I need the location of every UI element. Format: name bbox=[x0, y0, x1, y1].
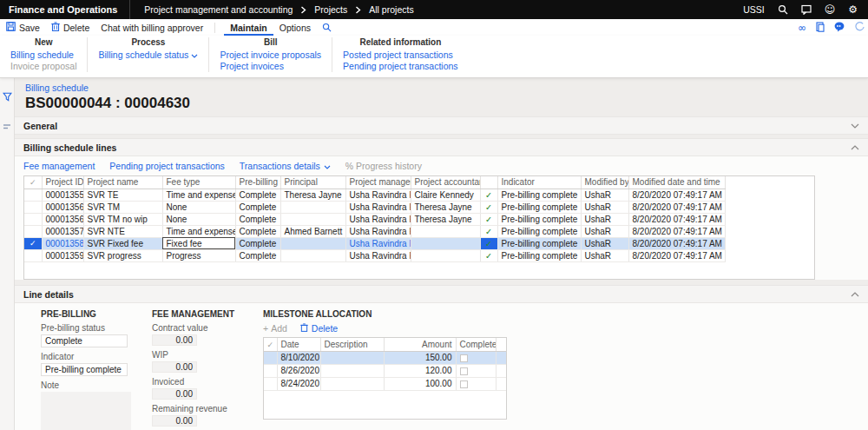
table-row[interactable]: 00001357 SVR NTE Time and expense NTE Co… bbox=[24, 225, 725, 237]
indicator-check-cell: ✓ bbox=[480, 189, 497, 201]
page-caption-link[interactable]: Billing schedule bbox=[25, 83, 868, 93]
ribbon-group-bill: Bill Project invoice proposals Project i… bbox=[209, 37, 332, 72]
filter-icon[interactable] bbox=[3, 89, 12, 105]
save-button[interactable]: Save bbox=[6, 22, 40, 33]
project-invoice-proposals-button[interactable]: Project invoice proposals bbox=[220, 50, 321, 61]
section-lines-header[interactable]: Billing schedule lines bbox=[15, 138, 868, 156]
column-header[interactable]: Completed bbox=[456, 338, 496, 351]
pending-project-transactions-link[interactable]: Pending project transactions bbox=[109, 161, 225, 171]
column-header[interactable]: Indicator bbox=[497, 176, 581, 189]
row-select-cell[interactable] bbox=[264, 364, 277, 377]
chevron-up-icon[interactable] bbox=[851, 145, 859, 150]
note-field[interactable] bbox=[41, 392, 131, 430]
row-select-cell[interactable] bbox=[24, 225, 42, 237]
billing-schedule-status-dropdown[interactable]: Billing schedule status bbox=[98, 50, 198, 61]
column-header[interactable]: Amount bbox=[384, 338, 456, 351]
indicator-field[interactable]: Pre-billing complete bbox=[41, 363, 128, 376]
section-general-header[interactable]: General bbox=[15, 116, 868, 135]
milestone-delete-button[interactable]: Delete bbox=[300, 323, 338, 334]
topbar-actions: USSI ☺ ⚙ bbox=[743, 4, 868, 15]
feedback-smiley-icon[interactable]: ☺ bbox=[825, 4, 836, 15]
completed-checkbox[interactable] bbox=[460, 367, 468, 375]
message-bubble-icon[interactable] bbox=[834, 22, 845, 34]
completed-checkbox[interactable] bbox=[460, 380, 468, 388]
row-select-cell[interactable] bbox=[264, 351, 277, 364]
indicator-check-cell: ✓ bbox=[480, 249, 497, 261]
section-line-details-header[interactable]: Line details bbox=[15, 285, 868, 303]
select-column-header[interactable]: ✓ bbox=[264, 338, 277, 351]
milestone-toolbar: + Add Delete bbox=[263, 323, 523, 334]
search-icon[interactable] bbox=[778, 4, 788, 15]
new-billing-schedule-button[interactable]: Billing schedule bbox=[10, 50, 76, 61]
column-header[interactable]: Modified date and time bbox=[628, 176, 725, 189]
focused-cell[interactable]: Fixed fee bbox=[162, 237, 235, 249]
wip-field[interactable]: 0.00 bbox=[152, 361, 197, 373]
page-header: Billing schedule BS00000044 : 00004630 bbox=[15, 78, 868, 116]
project-invoices-button[interactable]: Project invoices bbox=[220, 61, 321, 72]
row-select-cell[interactable] bbox=[24, 201, 42, 213]
row-select-cell[interactable]: ✓ bbox=[24, 237, 42, 249]
section-lines-body: Fee management Pending project transacti… bbox=[15, 156, 868, 280]
pre-billing-status-field[interactable]: Complete bbox=[41, 334, 128, 347]
invoice-proposal-button: Invoice proposal bbox=[10, 61, 76, 72]
refresh-icon[interactable] bbox=[855, 22, 865, 34]
row-select-cell[interactable] bbox=[264, 377, 277, 390]
column-header[interactable]: Modified by bbox=[581, 176, 628, 189]
left-toolbar bbox=[0, 78, 15, 430]
search-actions-icon[interactable] bbox=[322, 23, 332, 32]
table-row[interactable]: 00001356.01 SVR TM no wip None Complete … bbox=[24, 213, 725, 225]
contract-value-field[interactable]: 0.00 bbox=[152, 334, 197, 346]
company-picker[interactable]: USSI bbox=[743, 4, 765, 15]
breadcrumb-all-projects[interactable]: All projects bbox=[369, 4, 413, 15]
messages-icon[interactable] bbox=[801, 4, 812, 15]
posted-project-transactions-button[interactable]: Posted project transactions bbox=[343, 50, 458, 61]
column-header[interactable]: Fee type bbox=[162, 176, 235, 189]
table-row[interactable]: 00001355 SVR TE Time and expense Complet… bbox=[24, 189, 725, 201]
table-row[interactable]: 00001359 SVR progress Progress Complete … bbox=[24, 249, 725, 261]
column-header[interactable]: Principal bbox=[280, 176, 345, 189]
select-column-header[interactable]: ✓ bbox=[24, 176, 42, 189]
show-links-icon[interactable]: ∞ bbox=[798, 23, 806, 33]
column-header[interactable]: Project accountant bbox=[411, 176, 480, 189]
invoiced-field[interactable]: 0.00 bbox=[152, 388, 197, 400]
column-header[interactable]: Pre-billing status bbox=[235, 176, 280, 189]
milestone-row[interactable]: 8/24/2020 100.00 bbox=[264, 377, 507, 390]
column-header[interactable]: Project name bbox=[83, 176, 162, 189]
filler-cell bbox=[496, 377, 507, 390]
table-row[interactable]: 00001356 SVR TM None Complete Usha Ravin… bbox=[24, 201, 725, 213]
settings-gear-icon[interactable]: ⚙ bbox=[848, 4, 858, 15]
check-icon: ✓ bbox=[266, 341, 273, 349]
indicator-check-cell: ✓ bbox=[480, 213, 497, 225]
breadcrumb-projects[interactable]: Projects bbox=[314, 4, 347, 15]
row-select-cell[interactable] bbox=[24, 189, 42, 201]
tab-maintain[interactable]: Maintain bbox=[224, 19, 273, 36]
column-header[interactable]: Project manager bbox=[345, 176, 411, 189]
chevron-up-icon[interactable] bbox=[851, 292, 859, 297]
task-list-icon[interactable] bbox=[3, 118, 11, 134]
delete-button[interactable]: Delete bbox=[51, 22, 89, 33]
lines-toolbar: Fee management Pending project transacti… bbox=[15, 156, 868, 174]
completed-checkbox[interactable] bbox=[460, 354, 468, 362]
breadcrumb-module[interactable]: Project management and accounting bbox=[144, 4, 293, 15]
filler-column-header bbox=[496, 338, 507, 351]
row-select-cell[interactable] bbox=[24, 249, 42, 261]
action-pane: Save Delete Chat with billing approver M… bbox=[0, 19, 868, 36]
milestone-row[interactable]: 8/26/2020 120.00 bbox=[264, 364, 507, 377]
column-header[interactable]: Description bbox=[320, 338, 384, 351]
chevron-down-icon[interactable] bbox=[851, 123, 859, 129]
remaining-revenue-field[interactable]: 0.00 bbox=[152, 415, 197, 427]
column-header[interactable]: Date bbox=[277, 338, 320, 351]
breadcrumb: Project management and accounting Projec… bbox=[144, 4, 413, 15]
transactions-details-dropdown[interactable]: Transactions details bbox=[240, 161, 331, 171]
tab-options[interactable]: Options bbox=[273, 19, 317, 36]
chat-with-billing-approver-button[interactable]: Chat with billing approver bbox=[101, 23, 203, 33]
attach-document-icon[interactable] bbox=[816, 22, 825, 34]
table-row-selected[interactable]: ✓ 00001358 SVR Fixed fee Fixed fee Compl… bbox=[24, 237, 725, 249]
app-title[interactable]: Finance and Operations bbox=[0, 4, 129, 15]
row-select-cell[interactable] bbox=[24, 213, 42, 225]
indicator-check-cell: ✓ bbox=[480, 237, 497, 249]
pending-project-transactions-button[interactable]: Pending project transactions bbox=[343, 61, 458, 72]
milestone-row-selected[interactable]: 8/10/2020 150.00 bbox=[264, 351, 507, 364]
column-header[interactable]: Project ID bbox=[42, 176, 83, 189]
fee-management-link[interactable]: Fee management bbox=[23, 161, 95, 171]
